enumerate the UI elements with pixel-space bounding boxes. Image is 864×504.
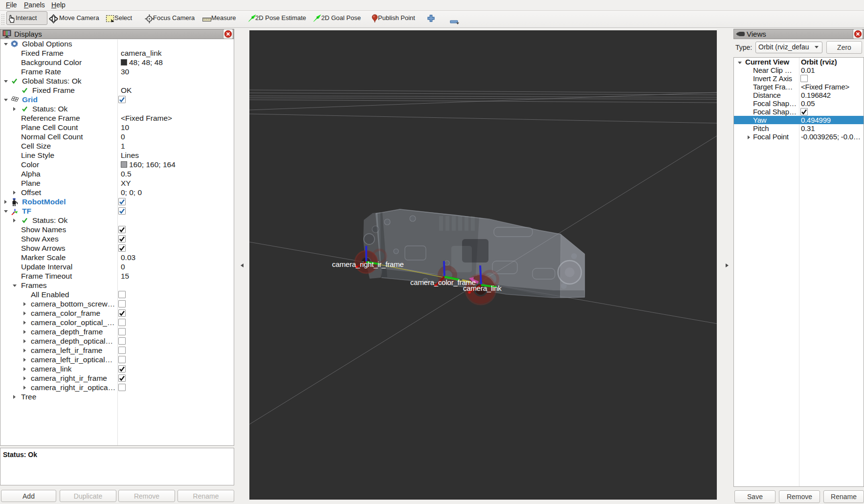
svg-text:camera_right_ir_frame: camera_right_ir_frame (332, 260, 404, 268)
svg-text:camera_link: camera_link (463, 284, 502, 292)
